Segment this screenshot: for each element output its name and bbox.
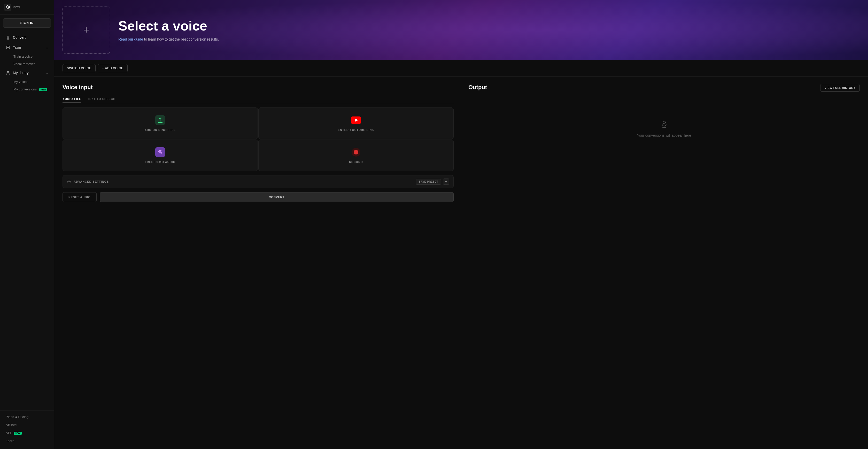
- action-buttons: RESET AUDIO CONVERT: [63, 192, 454, 202]
- reset-audio-button[interactable]: RESET AUDIO: [63, 192, 97, 202]
- sidebar-nav: Convert Train ⌄ Train a voice Vocal remo…: [0, 31, 54, 411]
- output-title: Output: [468, 84, 487, 91]
- record-icon: [351, 147, 361, 157]
- content-area: Voice input AUDIO FILE TEXT TO SPEECH A: [54, 77, 868, 449]
- youtube-icon: [351, 115, 361, 125]
- svg-point-14: [354, 150, 358, 154]
- demo-label: FREE DEMO AUDIO: [145, 160, 176, 163]
- output-header: Output VIEW FULL HISTORY: [468, 84, 860, 95]
- demo-icon: [155, 147, 165, 157]
- controls-bar: SWITCH VOICE + ADD VOICE: [54, 60, 868, 77]
- add-drop-label: ADD OR DROP FILE: [145, 128, 176, 131]
- advanced-settings[interactable]: ADVANCED SETTINGS SAVE PRESET +: [63, 175, 454, 188]
- sidebar-header: BETA: [0, 0, 54, 15]
- voice-input-title: Voice input: [63, 84, 454, 91]
- sidebar-item-convert[interactable]: Convert: [2, 33, 53, 42]
- add-preset-button[interactable]: +: [443, 179, 449, 185]
- convert-button[interactable]: CONVERT: [100, 192, 454, 202]
- input-tabs: AUDIO FILE TEXT TO SPEECH: [63, 95, 454, 103]
- svg-point-12: [159, 151, 161, 153]
- logo-icon: [4, 4, 11, 11]
- svg-point-15: [68, 181, 70, 182]
- hero-subtitle: Read our guide to learn how to get the b…: [118, 37, 219, 41]
- hero-title: Select a voice: [118, 19, 219, 33]
- library-sub-items: My voices My conversions NEW: [0, 78, 54, 93]
- voice-placeholder[interactable]: +: [63, 6, 110, 54]
- logo: BETA: [4, 4, 21, 11]
- person-icon: [6, 70, 10, 75]
- sign-in-button[interactable]: SIGN IN: [3, 18, 51, 28]
- sidebar: BETA SIGN IN Convert: [0, 0, 54, 449]
- advanced-settings-right: SAVE PRESET +: [416, 179, 449, 185]
- sidebar-item-my-conversions[interactable]: My conversions NEW: [11, 86, 54, 93]
- train-sub-items: Train a voice Vocal remover: [0, 53, 54, 68]
- affiliate-link[interactable]: Affiliate: [0, 421, 54, 429]
- sidebar-bottom: Plans & Pricing Affiliate API NEW Learn: [0, 411, 54, 449]
- output-empty-text: Your conversions will appear here: [637, 133, 691, 138]
- hero-text: Select a voice Read our guide to learn h…: [118, 19, 219, 41]
- chevron-down-icon: ⌄: [46, 46, 48, 49]
- save-preset-button[interactable]: SAVE PRESET: [416, 179, 441, 185]
- hero-section: + Select a voice Read our guide to learn…: [54, 0, 868, 60]
- sidebar-item-vocal-remover[interactable]: Vocal remover: [11, 60, 54, 68]
- record-label: RECORD: [349, 160, 363, 163]
- learn-link[interactable]: Learn: [0, 437, 54, 445]
- sidebar-item-train-voice[interactable]: Train a voice: [11, 53, 54, 60]
- output-section: Output VIEW FULL HISTORY Your conversion…: [461, 84, 860, 442]
- tab-audio-file[interactable]: AUDIO FILE: [63, 95, 81, 103]
- plans-pricing-link[interactable]: Plans & Pricing: [0, 413, 54, 421]
- add-voice-plus-icon: +: [83, 25, 89, 35]
- main-content: + Select a voice Read our guide to learn…: [54, 0, 868, 449]
- view-full-history-button[interactable]: VIEW FULL HISTORY: [820, 84, 860, 92]
- input-card-demo[interactable]: FREE DEMO AUDIO: [63, 140, 258, 171]
- input-card-youtube[interactable]: ENTER YOUTUBE LINK: [258, 108, 454, 139]
- new-badge-conversions: NEW: [39, 88, 47, 91]
- svg-point-7: [7, 71, 9, 73]
- add-voice-button[interactable]: + ADD VOICE: [98, 64, 128, 72]
- input-card-add-drop[interactable]: ADD OR DROP FILE: [63, 108, 258, 139]
- youtube-label: ENTER YOUTUBE LINK: [338, 128, 374, 131]
- input-cards-grid: ADD OR DROP FILE ENTER YOUTUBE LINK: [63, 108, 454, 171]
- my-library-label: My library: [13, 71, 43, 75]
- gear-icon: [67, 179, 71, 184]
- output-empty-state: Your conversions will appear here: [468, 102, 860, 154]
- output-mic-icon: [660, 120, 668, 130]
- chevron-down-icon-library: ⌄: [46, 71, 48, 74]
- sidebar-item-my-voices[interactable]: My voices: [11, 78, 54, 86]
- sidebar-item-my-library[interactable]: My library ⌄: [2, 68, 53, 78]
- api-link[interactable]: API NEW: [0, 429, 54, 437]
- voice-input-section: Voice input AUDIO FILE TEXT TO SPEECH A: [63, 84, 461, 442]
- input-card-record[interactable]: RECORD: [258, 140, 454, 171]
- svg-rect-0: [4, 4, 11, 11]
- plus-circle-icon: [6, 45, 10, 50]
- svg-point-1: [7, 36, 9, 37]
- upload-icon: [155, 115, 165, 125]
- svg-point-16: [663, 121, 665, 124]
- train-label: Train: [13, 46, 43, 50]
- tab-text-to-speech[interactable]: TEXT TO SPEECH: [87, 95, 116, 103]
- new-badge-api: NEW: [14, 432, 22, 435]
- convert-label: Convert: [13, 35, 48, 39]
- advanced-settings-left: ADVANCED SETTINGS: [67, 179, 109, 184]
- sidebar-item-train[interactable]: Train ⌄: [2, 42, 53, 53]
- microphone-icon: [6, 35, 10, 40]
- beta-badge: BETA: [13, 6, 21, 8]
- guide-link[interactable]: Read our guide: [118, 37, 143, 41]
- switch-voice-button[interactable]: SWITCH VOICE: [63, 64, 96, 72]
